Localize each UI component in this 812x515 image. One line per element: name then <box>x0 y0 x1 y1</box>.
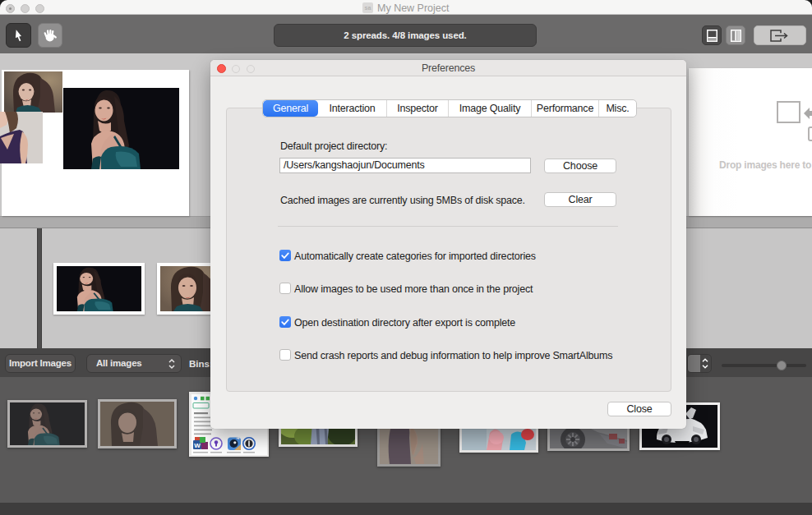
svg-text:W: W <box>194 442 201 449</box>
